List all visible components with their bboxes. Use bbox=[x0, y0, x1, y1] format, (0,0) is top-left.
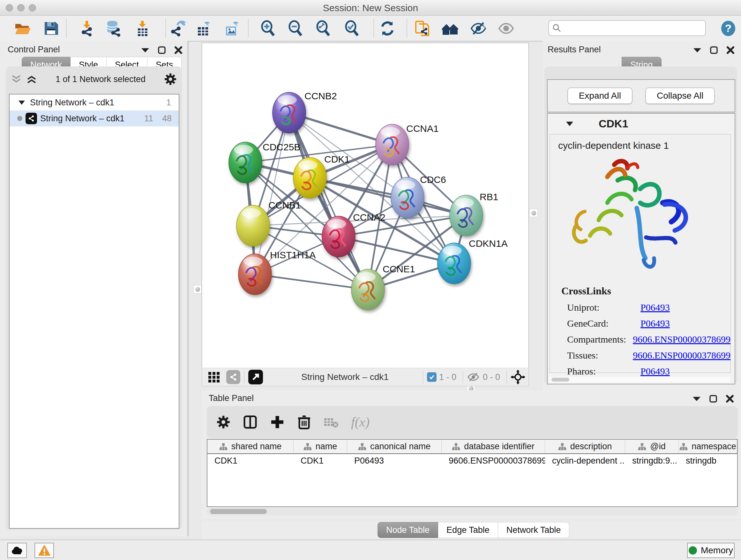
node-label-CCNB2: CCNB2 bbox=[305, 91, 337, 101]
expand-all-button[interactable]: Expand All bbox=[567, 87, 632, 104]
tree-expanded-icon[interactable] bbox=[18, 100, 25, 105]
cloud-status-button[interactable] bbox=[7, 543, 27, 558]
collapse-all-icon[interactable] bbox=[11, 74, 22, 84]
export-table-icon[interactable] bbox=[195, 20, 212, 37]
show-columns-icon[interactable] bbox=[243, 415, 258, 430]
network-graph[interactable]: CCNB2CCNA1CDC25BCDK1CDC6RB1CCNB1CCNA2CDK… bbox=[202, 43, 529, 368]
table-cell[interactable]: cyclin-dependent ... bbox=[545, 454, 625, 468]
memory-button[interactable]: Memory bbox=[687, 543, 735, 558]
snapshot-icon[interactable] bbox=[414, 20, 430, 37]
column-type-icon bbox=[358, 443, 366, 450]
hidden-eye-icon[interactable] bbox=[467, 372, 480, 382]
section-expanded-icon[interactable] bbox=[565, 120, 574, 127]
table-horizontal-scrollbar[interactable] bbox=[207, 508, 738, 515]
network-node-RB1[interactable]: RB1 bbox=[450, 192, 498, 236]
network-options-gear-icon[interactable] bbox=[164, 73, 177, 85]
tab-node-table[interactable]: Node Table bbox=[378, 522, 438, 538]
network-node-CCNA2[interactable]: CCNA2 bbox=[322, 212, 386, 257]
network-node-CDKN1A[interactable]: CDKN1A bbox=[437, 238, 508, 284]
search-input[interactable] bbox=[565, 23, 705, 34]
tab-edge-table[interactable]: Edge Table bbox=[438, 522, 498, 538]
network-edge-CCNB2-CCNE1[interactable] bbox=[289, 113, 368, 290]
zoom-in-icon[interactable] bbox=[260, 20, 276, 37]
network-node-CDC6[interactable]: CDC6 bbox=[391, 174, 446, 218]
toolbar-separator bbox=[407, 19, 407, 37]
close-panel-icon[interactable] bbox=[174, 46, 183, 54]
float-panel-icon[interactable] bbox=[692, 396, 701, 401]
network-edge-HIST1H1A-CCNE1[interactable] bbox=[255, 274, 368, 290]
close-panel-icon[interactable] bbox=[726, 46, 735, 54]
selected-checkbox-icon[interactable] bbox=[427, 372, 436, 382]
crosslink-link[interactable]: 9606.ENSP00000378699 bbox=[633, 334, 731, 345]
network-row[interactable]: String Network – cdk1 11 48 bbox=[10, 111, 179, 126]
import-network-file-icon[interactable] bbox=[78, 20, 95, 37]
create-column-icon[interactable] bbox=[270, 415, 285, 429]
float-panel-icon[interactable] bbox=[693, 47, 701, 53]
results-horizontal-scrollbar[interactable] bbox=[549, 377, 730, 382]
warnings-button[interactable] bbox=[35, 543, 54, 558]
table-toolbar: f(x) bbox=[207, 406, 738, 438]
maximize-panel-icon[interactable] bbox=[709, 395, 718, 403]
column-header-description[interactable]: description bbox=[545, 440, 625, 453]
table-cell[interactable]: stringdb:9... bbox=[625, 454, 679, 468]
collapse-all-button[interactable]: Collapse All bbox=[645, 87, 715, 104]
title-bar[interactable]: Session: New Session bbox=[0, 0, 741, 16]
delete-column-icon[interactable] bbox=[297, 415, 312, 430]
string-view-icon[interactable] bbox=[226, 370, 240, 384]
table-cell[interactable]: 9606.ENSP00000378699 bbox=[442, 454, 545, 468]
grid-view-icon[interactable] bbox=[207, 371, 222, 383]
tab-network-table[interactable]: Network Table bbox=[498, 522, 569, 538]
zoom-out-icon[interactable] bbox=[287, 20, 304, 37]
table-cell[interactable]: P06493 bbox=[347, 454, 442, 468]
left-splitter-handle[interactable] bbox=[193, 285, 202, 294]
crosslink-link[interactable]: 9606.ENSP00000378699 bbox=[633, 350, 731, 361]
expand-all-icon[interactable] bbox=[26, 74, 37, 84]
maximize-panel-icon[interactable] bbox=[158, 46, 166, 54]
column-header-namespace[interactable]: namespace bbox=[679, 440, 737, 453]
import-network-database-icon[interactable] bbox=[105, 20, 122, 37]
birds-eye-view-icon[interactable] bbox=[248, 370, 263, 384]
column-header--id[interactable]: @id bbox=[625, 440, 679, 453]
network-node-HIST1H1A[interactable]: HIST1H1A bbox=[239, 250, 316, 295]
network-collection-row[interactable]: String Network – cdk1 1 bbox=[10, 95, 179, 111]
crosslink-link[interactable]: P06493 bbox=[641, 302, 670, 313]
column-header-label: database identifier bbox=[464, 442, 535, 451]
maximize-panel-icon[interactable] bbox=[710, 46, 718, 54]
table-cell[interactable]: CDK1 bbox=[207, 454, 293, 468]
network-canvas[interactable]: CCNB2CCNA1CDC25BCDK1CDC6RB1CCNB1CCNA2CDK… bbox=[202, 43, 529, 368]
network-node-CCNE1[interactable]: CCNE1 bbox=[351, 264, 415, 310]
hide-selected-icon[interactable] bbox=[470, 20, 487, 37]
crosslink-link[interactable]: P06493 bbox=[641, 366, 670, 377]
fit-content-crosshair-icon[interactable] bbox=[511, 370, 525, 384]
help-icon[interactable]: ? bbox=[720, 20, 737, 37]
save-session-icon[interactable] bbox=[43, 20, 59, 37]
export-image-icon[interactable] bbox=[223, 20, 240, 37]
column-header-database-identifier[interactable]: database identifier bbox=[442, 440, 545, 453]
crosslink-row: Pharos:P06493 bbox=[561, 366, 731, 377]
right-splitter-handle[interactable] bbox=[529, 209, 538, 217]
import-table-file-icon[interactable] bbox=[134, 20, 151, 37]
refresh-icon[interactable] bbox=[379, 20, 396, 37]
search-field[interactable] bbox=[548, 20, 706, 36]
float-panel-icon[interactable] bbox=[141, 47, 149, 53]
column-header-canonical-name[interactable]: canonical name bbox=[347, 440, 442, 453]
gene-section-header[interactable]: CDK1 bbox=[548, 114, 735, 133]
table-cell[interactable]: stringdb bbox=[679, 454, 737, 468]
table-cell[interactable]: CDK1 bbox=[293, 454, 347, 468]
column-header-name[interactable]: name bbox=[293, 440, 347, 453]
close-panel-icon[interactable] bbox=[726, 395, 734, 403]
column-header-shared-name[interactable]: shared name bbox=[207, 440, 293, 453]
table-options-gear-icon[interactable] bbox=[216, 415, 230, 429]
open-session-icon[interactable] bbox=[14, 20, 30, 37]
first-neighbors-icon[interactable] bbox=[442, 20, 459, 37]
zoom-selected-icon[interactable] bbox=[344, 20, 360, 37]
network-edge-CCNA2-CDKN1A[interactable] bbox=[339, 237, 454, 263]
table-row[interactable]: CDK1CDK1P064939606.ENSP00000378699cyclin… bbox=[207, 454, 737, 468]
zoom-fit-icon[interactable] bbox=[315, 20, 332, 37]
crosslink-link[interactable]: P06493 bbox=[641, 318, 670, 329]
network-node-CDK1[interactable]: CDK1 bbox=[293, 154, 350, 198]
export-network-icon[interactable] bbox=[169, 20, 186, 37]
network-node-CCNB1[interactable]: CCNB1 bbox=[237, 200, 301, 246]
show-all-icon[interactable] bbox=[498, 20, 515, 37]
node-table[interactable]: shared namenamecanonical namedatabase id… bbox=[207, 439, 738, 507]
